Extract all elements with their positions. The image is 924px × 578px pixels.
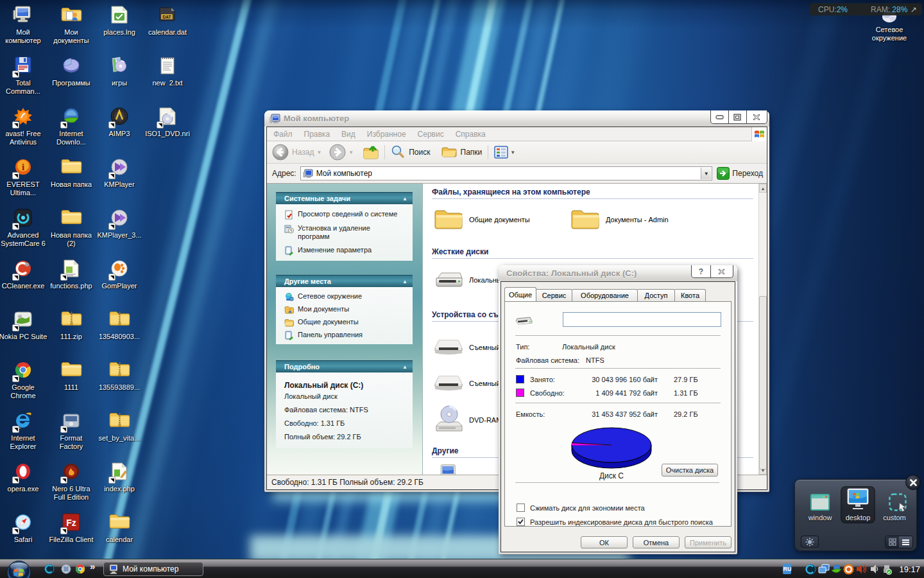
svg-text:DAT: DAT	[163, 15, 171, 19]
svg-text:i: i	[22, 162, 24, 172]
svg-text:Fz: Fz	[66, 518, 76, 528]
